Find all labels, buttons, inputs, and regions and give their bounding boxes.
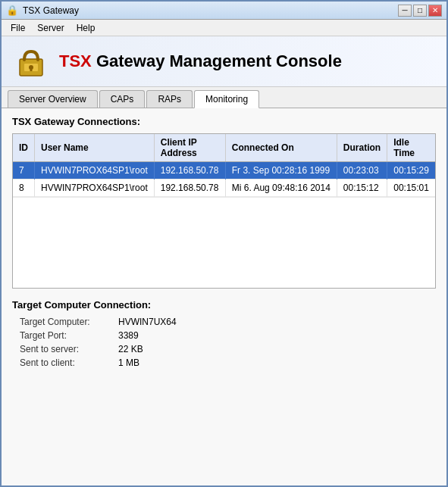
app-icon: 🔒 [6,5,18,16]
col-duration: Duration [337,134,387,162]
cell-duration: 00:15:12 [337,180,387,197]
sent-to-server-label: Sent to server: [20,344,118,354]
connections-table-container: ID User Name Client IP Address Connected… [12,133,436,289]
cell-duration: 00:23:03 [337,162,387,180]
app-title: TSX Gateway Management Console [59,52,342,71]
target-title: Target Computer Connection: [12,299,436,311]
target-port-label: Target Port: [20,330,118,341]
sent-to-client-value: 1 MB [118,357,436,368]
sent-to-server-value: 22 KB [118,344,436,354]
cell-connected: Mi 6. Aug 09:48:16 2014 [225,180,337,197]
cell-ip: 192.168.50.78 [154,162,225,180]
lock-icon [14,44,49,79]
cell-idle: 00:15:01 [387,180,435,197]
menu-help[interactable]: Help [70,21,102,35]
menu-bar: File Server Help [2,20,446,36]
cell-user: HVWIN7PROX64SP1\root [35,162,155,180]
main-content: TSX Gateway Connections: ID User Name Cl… [2,108,446,485]
tab-monitoring[interactable]: Monitoring [194,90,259,108]
connections-title: TSX Gateway Connections: [12,116,436,127]
table-row[interactable]: 8 HVWIN7PROX64SP1\root 192.168.50.78 Mi … [13,180,435,197]
col-id: ID [13,134,35,162]
svg-rect-3 [30,67,33,71]
target-computer-value: HVWIN7UX64 [118,317,436,327]
table-empty-area [13,197,435,288]
connections-table: ID User Name Client IP Address Connected… [13,134,435,197]
target-grid: Target Computer: HVWIN7UX64 Target Port:… [20,317,436,368]
menu-file[interactable]: File [5,21,31,35]
title-bar-title: TSX Gateway [23,5,79,16]
minimize-button[interactable]: ─ [398,5,412,17]
table-header-row: ID User Name Client IP Address Connected… [13,134,435,162]
cell-ip: 192.168.50.78 [154,180,225,197]
cell-id: 8 [13,180,35,197]
app-title-red: TSX [59,52,92,70]
tabs: Server Overview CAPs RAPs Monitoring [2,87,446,108]
close-button[interactable]: ✕ [428,5,442,17]
sent-to-client-label: Sent to client: [20,357,118,368]
target-section: Target Computer Connection: Target Compu… [12,299,436,368]
tab-raps[interactable]: RAPs [146,90,193,108]
col-ip: Client IP Address [154,134,225,162]
app-header: TSX Gateway Management Console [2,36,446,87]
tab-server-overview[interactable]: Server Overview [8,90,98,108]
col-connected: Connected On [225,134,337,162]
maximize-button[interactable]: □ [413,5,427,17]
cell-id: 7 [13,162,35,180]
cell-connected: Fr 3. Sep 00:28:16 1999 [225,162,337,180]
window-controls: ─ □ ✕ [398,5,442,17]
menu-server[interactable]: Server [31,21,70,35]
col-idle: Idle Time [387,134,435,162]
tab-caps[interactable]: CAPs [99,90,146,108]
app-title-black: Gateway Management Console [92,52,342,70]
title-bar: 🔒 TSX Gateway ─ □ ✕ [2,2,446,20]
target-port-value: 3389 [118,330,436,341]
cell-idle: 00:15:29 [387,162,435,180]
table-row[interactable]: 7 HVWIN7PROX64SP1\root 192.168.50.78 Fr … [13,162,435,180]
target-computer-label: Target Computer: [20,317,118,327]
col-username: User Name [35,134,155,162]
cell-user: HVWIN7PROX64SP1\root [35,180,155,197]
